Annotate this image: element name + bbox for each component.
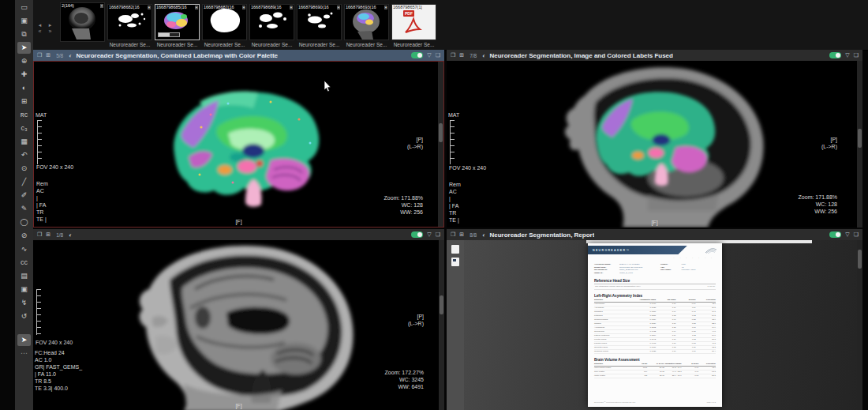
report-nav-item[interactable]: · bbox=[711, 257, 712, 260]
toolbar-button-icon[interactable]: ➤ bbox=[17, 334, 31, 346]
annotation-icon[interactable]: ❏ bbox=[436, 231, 440, 238]
toolbar-button-icon[interactable]: ⊕ bbox=[17, 55, 31, 67]
thumbnail-series-2[interactable]: 1668798682(16 ▪ bbox=[107, 4, 152, 40]
report-banner: NEUROREADER™ bbox=[588, 246, 722, 254]
toolbar-button-icon[interactable]: ◯ bbox=[17, 216, 31, 228]
window-level-icon[interactable]: ◐ bbox=[69, 232, 72, 238]
grid-icon[interactable]: ⊞ bbox=[46, 52, 51, 58]
toolbar-button-icon[interactable]: ╱ bbox=[17, 176, 31, 188]
toolbar-button-icon[interactable]: ◐ bbox=[17, 82, 31, 94]
scrollbar-thumb[interactable] bbox=[858, 250, 862, 269]
thumbnail-series-1[interactable]: 2(164) ▪ bbox=[60, 2, 105, 42]
last-series-icon[interactable]: » bbox=[45, 28, 55, 34]
visibility-toggle[interactable] bbox=[829, 231, 841, 238]
report-nav-item[interactable]: · bbox=[692, 257, 693, 260]
toolbar-button-icon[interactable]: ↶ bbox=[17, 149, 31, 161]
report-viewer-area[interactable]: NEUROREADER™ ······· Accession Numb:2022… bbox=[447, 240, 862, 410]
toolbar-button-icon[interactable]: ↯ bbox=[17, 297, 31, 309]
thumbnail-series-5[interactable]: 1668798689(16 ▪ bbox=[249, 4, 294, 40]
asymmetry-table-row: Temporal Lobes1.0025 1.000.0150.4 bbox=[594, 350, 716, 354]
visibility-toggle[interactable] bbox=[829, 52, 841, 58]
overlay-fov: FOV 240 x 240 bbox=[36, 339, 73, 346]
toolbar-button-icon[interactable]: ▦ bbox=[17, 136, 31, 148]
grid-icon[interactable]: ⊞ bbox=[459, 231, 464, 238]
flask-icon[interactable]: ▽ bbox=[427, 231, 431, 238]
series-caption: Neuroreader Se... bbox=[297, 40, 342, 50]
next-series-icon[interactable]: ▸ bbox=[45, 22, 55, 28]
report-metadata: Accession Numb:2022-MAY-19 1P32229Report… bbox=[594, 263, 716, 275]
report-nav-item[interactable]: · bbox=[673, 257, 674, 260]
viewport-title: Neuroreader Segmentation, Combined Label… bbox=[76, 52, 278, 59]
scrollbar-thumb[interactable] bbox=[858, 129, 862, 148]
annotation-icon[interactable]: ❏ bbox=[854, 52, 859, 58]
toolbar-button-icon[interactable]: ▣ bbox=[17, 284, 31, 295]
report-brand: NEUROREADER™ bbox=[588, 249, 630, 252]
report-nav-item[interactable]: · bbox=[686, 257, 687, 260]
lock-icon: ▪ bbox=[242, 6, 245, 9]
toolbar-button-icon[interactable]: ↺ bbox=[17, 310, 31, 322]
scrollbar-thumb[interactable] bbox=[439, 123, 443, 142]
visibility-toggle[interactable] bbox=[411, 231, 423, 238]
series-caption: Neuroreader Se... bbox=[391, 40, 436, 50]
lock-icon: ▪ bbox=[337, 6, 340, 9]
thumbnail-series-8-pdf[interactable]: 1668798657(1) PDF bbox=[391, 4, 436, 40]
report-nav-item[interactable]: · bbox=[698, 257, 699, 260]
scrollbar-thumb[interactable] bbox=[440, 295, 443, 314]
thumbnail-series-7[interactable]: 1668798693(16 ▪ bbox=[344, 4, 389, 40]
prev-series-icon[interactable]: ◂ bbox=[35, 22, 45, 28]
toolbar-button-icon[interactable]: ➤ bbox=[17, 42, 31, 54]
report-nav-item[interactable]: · bbox=[705, 257, 705, 260]
scrollbar bbox=[857, 240, 862, 410]
flask-icon[interactable]: ▽ bbox=[845, 231, 849, 238]
viewport-image-area[interactable]: MAT FOV 240 x 240 RemAC|| FATRTE | [P](L… bbox=[33, 61, 444, 228]
layout-icon[interactable]: ❐ bbox=[451, 231, 455, 238]
toolbar-button-icon[interactable]: ⊞ bbox=[17, 96, 31, 107]
layout-icon[interactable]: ❐ bbox=[37, 52, 42, 58]
window-level-icon[interactable]: ◐ bbox=[482, 232, 485, 238]
page-flag-icon[interactable] bbox=[451, 258, 459, 266]
annotation-icon[interactable]: ❏ bbox=[436, 52, 440, 58]
toolbar-button-icon[interactable]: ✐ bbox=[17, 190, 31, 201]
report-footer: Neuroreader™ report generated for resear… bbox=[594, 401, 716, 403]
progress-bar bbox=[158, 32, 180, 37]
toolbar-button-icon[interactable]: ✎ bbox=[17, 203, 31, 215]
viewport-bottom-left: ❐ ⊞ 1/8 ◐ ▽ ❏ bbox=[33, 229, 444, 410]
toolbar-button-icon[interactable]: ⋯ bbox=[17, 348, 31, 359]
flask-icon[interactable]: ▽ bbox=[845, 52, 849, 58]
toolbar-button-icon[interactable]: ⊙ bbox=[17, 163, 31, 175]
viewport-image-area[interactable]: FOV 240 x 240 FC:Head 24AC 1.0GR| FAST_G… bbox=[33, 240, 444, 410]
toolbar-button-icon[interactable]: ∿ bbox=[17, 243, 31, 255]
toolbar-button-icon[interactable]: ᴄᴄ bbox=[17, 257, 31, 269]
viewport-image-area[interactable]: MAT FOV 240 x 240 RemAC|| FATRTE | [P](L… bbox=[447, 61, 862, 228]
layout-icon[interactable]: ❐ bbox=[451, 52, 455, 58]
window-level-icon[interactable]: ◐ bbox=[69, 53, 72, 58]
first-series-icon[interactable]: « bbox=[35, 28, 45, 34]
thumbnail-series-4[interactable]: 1668798687(16 ▪ bbox=[202, 4, 247, 40]
thumbnail-series-3-selected[interactable]: 1668798685(16 ▪ bbox=[155, 4, 200, 40]
toolbar-button-icon[interactable]: ⊘ bbox=[17, 230, 31, 242]
visibility-toggle[interactable] bbox=[411, 52, 423, 58]
toolbar-button-icon[interactable]: ✚ bbox=[17, 69, 31, 81]
overlay-zoom-window: Zoom: 171.88%WC: 128WW: 256 bbox=[799, 194, 837, 215]
toolbar-button-icon[interactable]: ⧉ bbox=[17, 28, 31, 40]
grid-icon[interactable]: ⊞ bbox=[459, 52, 464, 58]
toolbar-button-icon[interactable]: ▣ bbox=[17, 15, 31, 27]
grid-icon[interactable]: ⊞ bbox=[46, 231, 51, 238]
layout-icon[interactable]: ❐ bbox=[37, 231, 42, 238]
toolbar-button-icon[interactable]: ʀᴄ bbox=[17, 109, 31, 121]
annotation-icon[interactable]: ❏ bbox=[854, 231, 859, 238]
report-nav-item[interactable]: · bbox=[679, 257, 680, 260]
toolbar-button-icon[interactable]: ▤ bbox=[17, 270, 31, 282]
toolbar-button-icon[interactable]: ▭ bbox=[17, 2, 31, 13]
ruler bbox=[37, 120, 42, 164]
lock-icon: ▪ bbox=[148, 6, 151, 9]
viewport-title: Neuroreader Segmentation, Report bbox=[489, 231, 594, 239]
thumbnail-series-6[interactable]: 1668798690(16 ▪ bbox=[297, 4, 342, 40]
window-level-icon[interactable]: ◐ bbox=[482, 53, 485, 58]
series-caption: Neuroreader Se... bbox=[107, 40, 152, 50]
toolbar-button-icon[interactable]: ᴄ₃ bbox=[17, 122, 31, 134]
series-index: 7/8 bbox=[470, 53, 477, 58]
flask-icon[interactable]: ▽ bbox=[427, 52, 431, 58]
page-icon[interactable] bbox=[451, 245, 459, 254]
series-index: 5/8 bbox=[56, 53, 63, 58]
